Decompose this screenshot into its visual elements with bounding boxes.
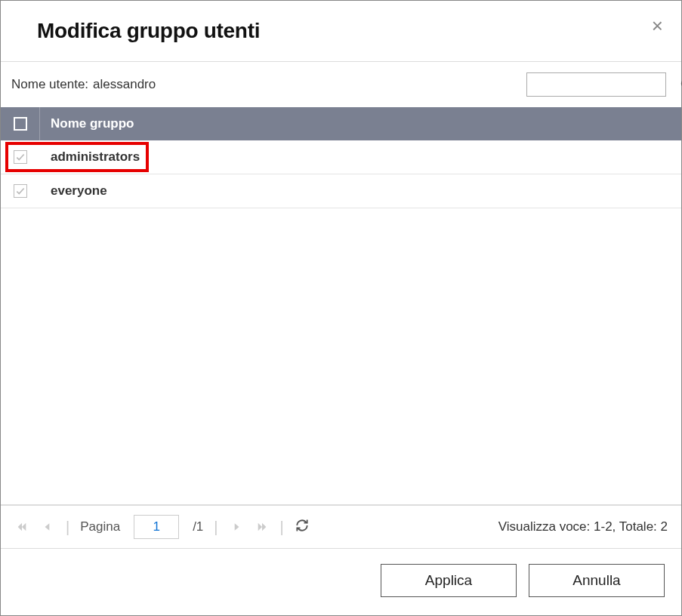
pagination-bar: | Pagina /1 | | Visualizza voce: 1-2, To… xyxy=(1,505,681,549)
svg-marker-7 xyxy=(262,523,266,531)
table-row[interactable]: everyone xyxy=(1,174,681,208)
page-total: /1 xyxy=(193,519,203,534)
search-input[interactable] xyxy=(533,78,680,92)
group-name-cell: administrators xyxy=(40,149,681,165)
pagination-summary: Visualizza voce: 1-2, Totale: 2 xyxy=(498,519,668,534)
svg-marker-3 xyxy=(22,523,26,531)
separator: | xyxy=(66,519,69,536)
page-number-input[interactable] xyxy=(134,515,179,539)
prev-page-icon[interactable] xyxy=(40,519,55,534)
separator: | xyxy=(214,519,218,536)
page-label: Pagina xyxy=(80,519,120,534)
dialog-footer: Applica Annulla xyxy=(1,549,681,615)
group-name-cell: everyone xyxy=(40,183,681,199)
svg-marker-2 xyxy=(18,523,22,531)
select-all-checkbox[interactable] xyxy=(14,117,27,131)
edit-user-group-dialog: Modifica gruppo utenti × Nome utente: al… xyxy=(0,0,682,616)
dialog-subheader: Nome utente: alessandro xyxy=(1,62,681,107)
cancel-button[interactable]: Annulla xyxy=(529,564,665,597)
column-header-group-name[interactable]: Nome gruppo xyxy=(40,116,681,131)
svg-marker-4 xyxy=(45,523,50,530)
separator: | xyxy=(280,519,284,536)
row-checkbox[interactable] xyxy=(14,184,27,198)
dialog-title: Modifica gruppo utenti xyxy=(37,19,260,43)
search-box[interactable] xyxy=(526,72,666,97)
table-header-row: Nome gruppo xyxy=(1,107,681,140)
refresh-icon[interactable] xyxy=(295,518,310,537)
first-page-icon[interactable] xyxy=(14,519,29,534)
select-all-cell xyxy=(1,107,40,140)
username-value: alessandro xyxy=(93,77,156,92)
table-row[interactable]: administrators xyxy=(1,140,681,174)
svg-marker-6 xyxy=(258,523,261,531)
last-page-icon[interactable] xyxy=(255,519,270,534)
username-display: Nome utente: alessandro xyxy=(11,77,156,92)
close-icon[interactable]: × xyxy=(649,13,666,38)
username-label: Nome utente: xyxy=(11,77,88,92)
table-body: administrators everyone xyxy=(1,140,681,505)
apply-button[interactable]: Applica xyxy=(381,564,517,597)
svg-marker-5 xyxy=(234,523,239,530)
row-checkbox[interactable] xyxy=(14,150,27,164)
dialog-titlebar: Modifica gruppo utenti × xyxy=(1,1,681,62)
next-page-icon[interactable] xyxy=(229,519,244,534)
